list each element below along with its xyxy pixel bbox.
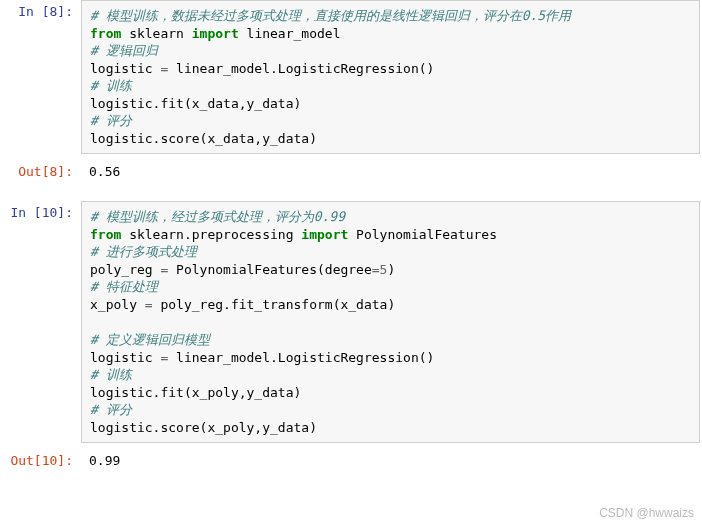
code-input-area[interactable]: # 模型训练，经过多项式处理，评分为0.99from sklearn.prepr…: [81, 201, 700, 443]
code-line: # 训练: [90, 77, 691, 95]
code-line: # 定义逻辑回归模型: [90, 331, 691, 349]
code-line: from sklearn.preprocessing import Polyno…: [90, 226, 691, 244]
code-line: # 评分: [90, 401, 691, 419]
code-line: logistic.score(x_poly,y_data): [90, 419, 691, 437]
output-cell: Out[10]:0.99: [0, 449, 702, 474]
code-line: # 进行多项式处理: [90, 243, 691, 261]
code-line: from sklearn import linear_model: [90, 25, 691, 43]
code-line: # 模型训练，经过多项式处理，评分为0.99: [90, 208, 691, 226]
code-input-area[interactable]: # 模型训练，数据未经过多项式处理，直接使用的是线性逻辑回归，评分在0.5作用f…: [81, 0, 700, 154]
code-line: logistic.fit(x_data,y_data): [90, 95, 691, 113]
code-line: logistic = linear_model.LogisticRegressi…: [90, 349, 691, 367]
code-line: logistic = linear_model.LogisticRegressi…: [90, 60, 691, 78]
code-line: # 逻辑回归: [90, 42, 691, 60]
code-line: # 训练: [90, 366, 691, 384]
input-prompt: In [10]:: [0, 201, 81, 447]
code-line: # 评分: [90, 112, 691, 130]
code-line: # 特征处理: [90, 278, 691, 296]
code-line: # 模型训练，数据未经过多项式处理，直接使用的是线性逻辑回归，评分在0.5作用: [90, 7, 691, 25]
code-line: logistic.fit(x_poly,y_data): [90, 384, 691, 402]
code-line: x_poly = poly_reg.fit_transform(x_data): [90, 296, 691, 314]
output-cell: Out[8]:0.56: [0, 160, 702, 185]
output-area: 0.56: [81, 160, 702, 185]
input-cell: In [10]:# 模型训练，经过多项式处理，评分为0.99from sklea…: [0, 201, 702, 447]
watermark: CSDN @hwwaizs: [599, 506, 694, 520]
input-cell: In [8]:# 模型训练，数据未经过多项式处理，直接使用的是线性逻辑回归，评分…: [0, 0, 702, 158]
output-area: 0.99: [81, 449, 702, 474]
code-line: logistic.score(x_data,y_data): [90, 130, 691, 148]
output-prompt: Out[8]:: [0, 160, 81, 185]
code-line: poly_reg = PolynomialFeatures(degree=5): [90, 261, 691, 279]
input-prompt: In [8]:: [0, 0, 81, 158]
code-line: [90, 314, 691, 332]
output-prompt: Out[10]:: [0, 449, 81, 474]
